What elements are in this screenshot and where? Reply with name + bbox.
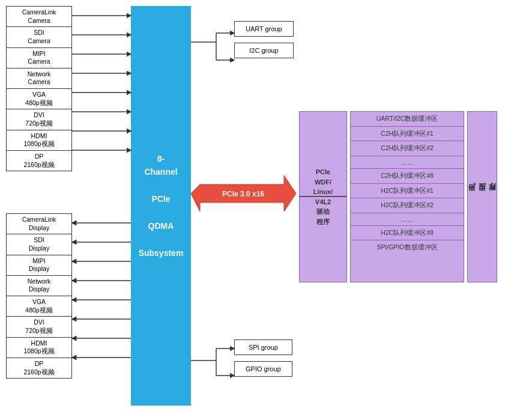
pcie-driver-block: PCIe WDF/ Linux/ V4L2 驱动 程序 <box>299 111 347 282</box>
display-mipi: MIPIDisplay <box>7 255 71 276</box>
display-dp-2160p: DP2160p视频 <box>7 358 71 378</box>
svg-text:PCIe 3.0 x16: PCIe 3.0 x16 <box>222 190 264 198</box>
device-network-camera: NetworkCamera <box>7 68 71 89</box>
pcie-qdma-block: 8- Channel PCIe QDMA Subsystem <box>131 6 191 406</box>
pcie-double-arrow: PCIe 3.0 x16 <box>191 169 296 218</box>
input-devices-block: CameraLinkCamera SDICamera MIPICamera Ne… <box>6 6 72 171</box>
output-devices-block: CameraLinkDisplay SDIDisplay MIPIDisplay… <box>6 213 72 379</box>
uart-group-label: UART group <box>246 25 282 32</box>
display-cameralink: CameraLinkDisplay <box>7 214 71 234</box>
device-mipi-camera: MIPICamera <box>7 48 71 68</box>
i2c-group-box: I2C group <box>234 43 294 58</box>
display-vga-480p: VGA480p视频 <box>7 296 71 317</box>
buffer-h2c-8: H2C队列缓冲区#8 <box>351 226 464 241</box>
buffer-area: UART/I2C数据缓冲区 C2H队列缓冲区#1 C2H队列缓冲区#2 …… C… <box>350 111 464 282</box>
device-sdi-camera: SDICamera <box>7 27 71 47</box>
buffer-c2h-1: C2H队列缓冲区#1 <box>351 127 464 142</box>
buffer-c2h-2: C2H队列缓冲区#2 <box>351 141 464 156</box>
i2c-group-label: I2C group <box>249 47 278 54</box>
uart-i2c-group: UART group I2C group <box>234 21 294 58</box>
device-dvi-720p: DVI720p视频 <box>7 109 71 130</box>
gpio-group-label: GPIO group <box>246 365 281 373</box>
device-vga-480p: VGA480p视频 <box>7 89 71 109</box>
gpio-group-box: GPIO group <box>234 361 292 377</box>
buffer-c2h-8: C2H队列缓冲区#8 <box>351 169 464 184</box>
buffer-uart-i2c: UART/I2C数据缓冲区 <box>351 112 464 127</box>
diagram: CameraLinkCamera SDICamera MIPICamera Ne… <box>0 0 505 420</box>
display-sdi: SDIDisplay <box>7 234 71 255</box>
spi-group-box: SPI group <box>234 339 292 355</box>
device-cameralink-camera: CameraLinkCamera <box>7 7 71 27</box>
buffer-c2h-ellipsis: …… <box>351 156 464 169</box>
device-dp-2160p: DP2160p视频 <box>7 151 71 171</box>
pcie-driver-label: PCIe WDF/ Linux/ V4L2 驱动 程序 <box>313 167 333 227</box>
pcie-block-label: 8- Channel PCIe QDMA Subsystem <box>139 152 184 260</box>
buffer-h2c-ellipsis: …… <box>351 213 464 226</box>
spi-group-label: SPI group <box>249 344 278 351</box>
buffer-spi-gpio: SPI/GPIO数据缓冲区 <box>351 240 464 255</box>
spi-gpio-group: SPI group GPIO group <box>234 339 292 377</box>
display-hdmi-1080p: HDMI1080p视频 <box>7 338 71 358</box>
uart-group-box: UART group <box>234 21 294 37</box>
buffer-h2c-1: H2C队列缓冲区#1 <box>351 184 464 199</box>
device-hdmi-1080p: HDMI1080p视频 <box>7 130 71 151</box>
display-dvi-720p: DVI720p视频 <box>7 317 71 337</box>
user-app-block: 用户 应用 程序 <box>467 111 497 282</box>
buffer-h2c-2: H2C队列缓冲区#2 <box>351 198 464 213</box>
display-network: NetworkDisplay <box>7 276 71 296</box>
